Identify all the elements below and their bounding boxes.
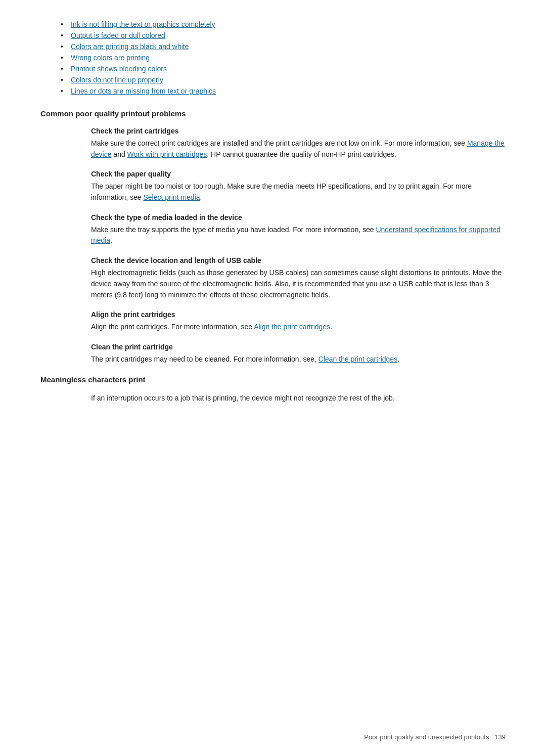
body-link[interactable]: Clean the print cartridges <box>318 355 397 363</box>
bullet-link[interactable]: Colors are printing as black and white <box>71 42 189 51</box>
section2-heading: Meaningless characters print <box>40 375 506 384</box>
bullet-link[interactable]: Output is faded or dull colored <box>71 31 165 39</box>
subsection-sub-2: Check the paper qualityThe paper might b… <box>40 170 506 203</box>
bullet-item: Lines or dots are missing from text or g… <box>61 87 506 95</box>
body-link[interactable]: Align the print cartridges <box>254 323 330 331</box>
bullet-item: Colors are printing as black and white <box>61 42 506 51</box>
subsection-sub-1: Check the print cartridgesMake sure the … <box>40 127 506 160</box>
subsection-sub-3: Check the type of media loaded in the de… <box>40 213 506 246</box>
subsection-body: The print cartridges may need to be clea… <box>91 354 506 365</box>
subsection-heading: Check the paper quality <box>91 170 506 178</box>
footer-text: Poor print quality and unexpected printo… <box>364 733 489 741</box>
bullet-link[interactable]: Lines or dots are missing from text or g… <box>71 87 216 95</box>
bullet-item: Wrong colors are printing <box>61 54 506 62</box>
subsection-sub-5: Align the print cartridgesAlign the prin… <box>40 310 506 333</box>
page-footer: Poor print quality and unexpected printo… <box>364 733 506 741</box>
subsection-heading: Check the device location and length of … <box>91 256 506 264</box>
subsection-body: Align the print cartridges. For more inf… <box>91 322 506 333</box>
subsection-body: The paper might be too moist or too roug… <box>91 181 506 203</box>
section2-block: Meaningless characters print If an inter… <box>40 375 506 404</box>
footer-page: 139 <box>494 733 506 741</box>
subsection-sub-6: Clean the print cartridgeThe print cartr… <box>40 343 506 365</box>
subsections-container: Check the print cartridgesMake sure the … <box>40 127 506 365</box>
subsection-heading: Clean the print cartridge <box>91 343 506 351</box>
bullet-link[interactable]: Wrong colors are printing <box>71 54 150 62</box>
body-link[interactable]: Understand specifications for supported … <box>91 226 500 245</box>
bullet-link[interactable]: Ink is not filling the text or graphics … <box>71 20 215 28</box>
subsection-body: Make sure the correct print cartridges a… <box>91 138 506 160</box>
bullet-link[interactable]: Colors do not line up properly <box>71 76 163 84</box>
bullet-item: Printout shows bleeding colors <box>61 65 506 73</box>
bullet-item: Colors do not line up properly <box>61 76 506 84</box>
subsection-heading: Check the print cartridges <box>91 127 506 135</box>
subsection-sub-4: Check the device location and length of … <box>40 256 506 300</box>
bullet-link[interactable]: Printout shows bleeding colors <box>71 65 167 73</box>
section1-block: Common poor quality printout problems Ch… <box>40 109 506 365</box>
section1-heading: Common poor quality printout problems <box>40 109 506 118</box>
subsection-heading: Align the print cartridges <box>91 310 506 319</box>
bullet-item: Ink is not filling the text or graphics … <box>61 20 506 28</box>
section2-subsection: If an interruption occurs to a job that … <box>40 393 506 404</box>
bullet-item: Output is faded or dull colored <box>61 31 506 39</box>
bullet-list: Ink is not filling the text or graphics … <box>40 20 506 95</box>
page-content: Ink is not filling the text or graphics … <box>0 0 546 454</box>
subsection-body: Make sure the tray supports the type of … <box>91 225 506 246</box>
body-link[interactable]: Work with print cartridges <box>127 150 207 158</box>
subsection-heading: Check the type of media loaded in the de… <box>91 213 506 221</box>
section2-body: If an interruption occurs to a job that … <box>91 393 506 404</box>
body-link[interactable]: Select print media <box>144 193 200 201</box>
subsection-body: High electromagnetic fields (such as tho… <box>91 268 506 300</box>
